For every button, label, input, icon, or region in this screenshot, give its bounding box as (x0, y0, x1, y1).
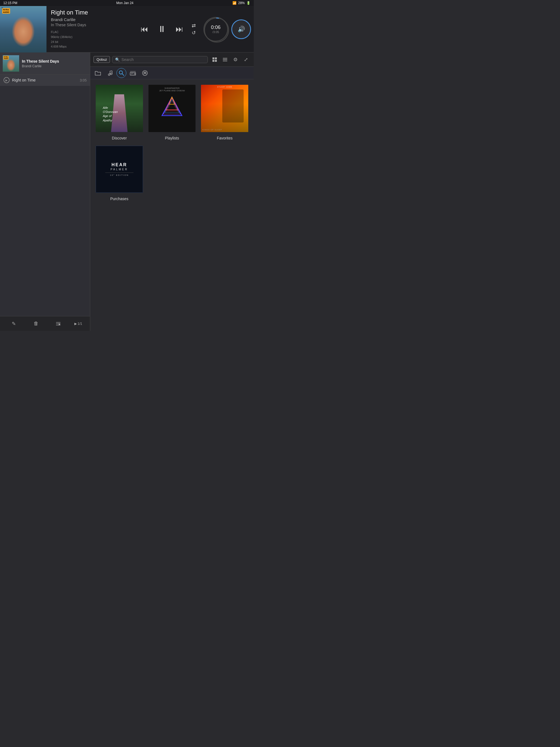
tool-bar (90, 67, 254, 79)
expand-button[interactable]: ⤢ (241, 55, 251, 64)
queue-button[interactable] (52, 318, 64, 330)
svg-point-0 (205, 18, 229, 42)
sidebar-track-item[interactable]: ▶ Right on Time 3:05 (0, 75, 90, 86)
repeat-button[interactable]: ↺ (190, 30, 198, 36)
status-bar: 12:15 PM Mon Jan 24 📶 28% 🔋 (0, 0, 254, 6)
svg-point-14 (110, 73, 112, 75)
search-icon: 🔍 (115, 57, 120, 62)
svg-rect-8 (212, 60, 214, 62)
svg-rect-20 (130, 73, 136, 75)
playlists-label: Playlists (165, 136, 179, 140)
svg-rect-7 (215, 57, 217, 59)
folder-button[interactable] (93, 68, 103, 78)
wifi-icon: 📶 (232, 1, 236, 5)
hires-badge: Hi-ResAUDIO (2, 8, 10, 14)
sidebar-album-title: In These Silent Days (22, 59, 87, 63)
volume-icon: 🔊 (238, 26, 245, 33)
list-view-button[interactable] (221, 55, 230, 64)
sidebar-bottom: ✎ 🗑 ▶ 1/1 (0, 316, 90, 331)
play-circle: ▶ (4, 77, 9, 83)
time-display: 0:06 /3:05 (203, 17, 228, 42)
main-layout: Hi-ResAUDIO In These Silent Days Brandi … (0, 52, 254, 331)
shuffle-button[interactable]: ⇄ (190, 23, 198, 29)
track-info: Right on Time Brandi Carlile In These Si… (47, 6, 135, 52)
status-date: Mon Jan 24 (116, 1, 133, 5)
search-tool-button[interactable] (117, 68, 126, 78)
radio-button[interactable] (127, 68, 138, 78)
discover-item[interactable]: AifeO'DonovanAge ofApathy Discover (96, 85, 143, 140)
now-playing-header: Hi-ResAUDIO Right on Time Brandi Carlile… (0, 6, 254, 52)
sidebar: Hi-ResAUDIO In These Silent Days Brandi … (0, 52, 90, 331)
favorites-art: STUART HAMM KINGS OF SLEEP (201, 85, 248, 132)
volume-knob[interactable]: 🔊 (231, 19, 251, 39)
play-indicator: ▶ (3, 77, 10, 83)
svg-point-18 (119, 71, 123, 74)
music-button[interactable] (104, 68, 116, 78)
svg-rect-9 (215, 60, 217, 62)
sidebar-album-item[interactable]: Hi-ResAUDIO In These Silent Days Brandi … (0, 52, 90, 75)
grid-view-button[interactable] (210, 55, 219, 64)
favorites-item[interactable]: STUART HAMM KINGS OF SLEEP Favorites (201, 85, 248, 140)
svg-point-22 (134, 73, 135, 74)
sidebar-thumb: Hi-ResAUDIO (3, 55, 19, 72)
search-box[interactable]: 🔍 (112, 56, 208, 63)
next-button[interactable]: ⏭ (173, 23, 185, 35)
sidebar-album-info: In These Silent Days Brandi Carlile (22, 59, 87, 68)
svg-point-13 (108, 74, 110, 75)
grid-content: AifeO'DonovanAge ofApathy Discover SHEAR… (90, 79, 254, 331)
sidebar-hires-badge: Hi-ResAUDIO (3, 56, 9, 60)
track-format: FLAC 96kHz (384kHz) 24 bit 4.608 Mbps (51, 30, 131, 49)
svg-point-25 (143, 71, 147, 75)
svg-rect-6 (212, 57, 214, 59)
purchases-art: HEAR PALMER 10° EDITION (96, 146, 143, 193)
nav-bar: Qobuz 🔍 (90, 52, 254, 67)
favorites-label: Favorites (217, 136, 233, 140)
pause-button[interactable]: ⏸ (156, 23, 168, 35)
track-artist: Brandi Carlile (51, 17, 131, 22)
shuffle-repeat-controls: ⇄ ↺ (190, 23, 198, 36)
purchases-label: Purchases (110, 197, 128, 201)
discover-label: Discover (112, 136, 127, 140)
playlists-item[interactable]: SHEARWATERJET PLANE AND OXBOW (149, 85, 196, 140)
qobuz-badge[interactable]: Qobuz (94, 56, 110, 63)
album-art[interactable]: Hi-ResAUDIO (0, 6, 47, 52)
delete-button[interactable]: 🗑 (30, 318, 42, 330)
svg-line-19 (122, 74, 124, 75)
sidebar-track-name: Right on Time (12, 78, 80, 82)
play-count-text: 1/1 (78, 322, 82, 326)
play-count-badge: ▶ 1/1 (74, 322, 82, 326)
prev-button[interactable]: ⏮ (138, 23, 150, 35)
svg-line-17 (110, 71, 112, 71)
track-album: In These Silent Days (51, 23, 131, 27)
sidebar-track-duration: 3:05 (80, 78, 87, 82)
status-right: 📶 28% 🔋 (232, 1, 251, 5)
view-controls: ⚙ ⤢ (210, 55, 251, 64)
playlists-art: SHEARWATERJET PLANE AND OXBOW (149, 85, 196, 132)
spotify-button[interactable] (139, 68, 150, 78)
purchases-item[interactable]: HEAR PALMER 10° EDITION Purchases (96, 146, 143, 201)
sidebar-album-artist: Brandi Carlile (22, 64, 87, 68)
search-input[interactable] (121, 57, 205, 62)
discover-art: AifeO'DonovanAge ofApathy (96, 85, 143, 132)
transport-controls: ⏮ ⏸ ⏭ (138, 23, 185, 35)
edit-button[interactable]: ✎ (8, 318, 20, 330)
svg-marker-29 (163, 98, 180, 114)
status-time: 12:15 PM (3, 1, 17, 5)
track-title: Right on Time (51, 9, 131, 16)
content-area: Qobuz 🔍 (90, 52, 254, 331)
battery-level: 28% (238, 1, 245, 5)
settings-button[interactable]: ⚙ (231, 55, 240, 64)
sidebar-spacer (0, 86, 90, 316)
battery-icon: 🔋 (246, 1, 251, 5)
